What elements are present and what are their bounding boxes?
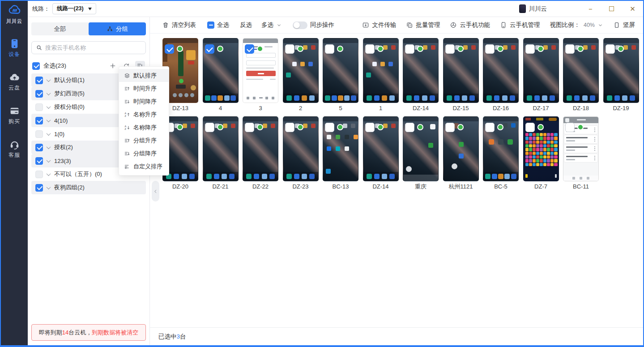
phone-checkbox[interactable] bbox=[565, 44, 575, 54]
sidebar-item-service[interactable]: 客服 bbox=[9, 139, 20, 159]
chevron-down-icon[interactable] bbox=[47, 104, 51, 109]
chevron-down-icon[interactable] bbox=[47, 131, 51, 136]
chevron-down-icon[interactable] bbox=[47, 77, 51, 82]
phone-screen[interactable] bbox=[443, 116, 479, 181]
invert-selection-button[interactable]: 反选 bbox=[240, 21, 252, 29]
phone-screen[interactable] bbox=[243, 38, 278, 103]
phone-card[interactable]: 4 bbox=[203, 38, 239, 112]
phone-card[interactable]: BC-11 bbox=[563, 116, 599, 191]
phone-checkbox[interactable] bbox=[445, 44, 455, 54]
sync-toggle[interactable] bbox=[293, 21, 307, 29]
phone-checkbox[interactable] bbox=[525, 123, 535, 132]
sort-menu-item[interactable]: 时间降序 bbox=[119, 95, 169, 108]
sort-menu-item[interactable]: 分组升序 bbox=[119, 134, 169, 147]
phone-card[interactable]: 重庆 bbox=[403, 116, 439, 191]
phone-card[interactable]: DZ-16 bbox=[483, 38, 519, 112]
phone-card[interactable]: BC-13 bbox=[323, 116, 358, 191]
phone-checkbox[interactable] bbox=[445, 123, 455, 132]
group-checkbox[interactable] bbox=[35, 90, 43, 98]
phone-screen[interactable] bbox=[283, 38, 319, 103]
phone-screen[interactable] bbox=[483, 38, 519, 103]
chevron-down-icon[interactable] bbox=[47, 118, 51, 122]
phone-screen[interactable] bbox=[563, 38, 599, 103]
close-button[interactable]: ✕ bbox=[622, 1, 643, 17]
phone-card[interactable]: DZ-19 bbox=[603, 38, 639, 112]
sidebar-item-clouddisk[interactable]: 云盘 bbox=[9, 72, 20, 92]
sort-menu-item[interactable]: 自定义排序 bbox=[119, 160, 169, 173]
phone-checkbox[interactable] bbox=[485, 123, 495, 132]
chevron-down-icon[interactable] bbox=[47, 158, 51, 163]
group-checkbox[interactable] bbox=[35, 77, 43, 84]
sort-menu-item[interactable]: 分组降序 bbox=[119, 147, 169, 160]
maximize-button[interactable] bbox=[601, 1, 622, 17]
chevron-down-icon[interactable] bbox=[47, 145, 51, 149]
chevron-down-icon[interactable] bbox=[47, 185, 51, 189]
phone-screen[interactable] bbox=[403, 38, 439, 103]
phone-screen[interactable] bbox=[283, 116, 319, 181]
sidebar-item-device[interactable]: 设备 bbox=[9, 38, 20, 58]
add-group-button[interactable] bbox=[108, 61, 118, 71]
phone-card[interactable]: DZ-23 bbox=[283, 116, 319, 191]
indeterminate-checkbox[interactable] bbox=[207, 21, 214, 29]
phone-checkbox[interactable] bbox=[565, 123, 575, 132]
phone-screen[interactable] bbox=[363, 116, 399, 181]
panel-collapse-handle[interactable] bbox=[152, 181, 159, 201]
phone-screen[interactable] bbox=[203, 116, 239, 181]
phone-checkbox[interactable] bbox=[205, 44, 214, 54]
phone-checkbox[interactable] bbox=[245, 123, 254, 132]
phone-card[interactable]: 5 bbox=[323, 38, 358, 112]
phone-card[interactable]: DZ-22 bbox=[243, 116, 278, 191]
phone-checkbox[interactable] bbox=[405, 123, 414, 132]
search-input[interactable] bbox=[45, 44, 141, 51]
phone-screen[interactable] bbox=[563, 116, 599, 181]
phone-card[interactable]: 1 bbox=[363, 38, 399, 112]
group-checkbox[interactable] bbox=[35, 117, 43, 124]
tab-group[interactable]: 分组 bbox=[89, 22, 146, 35]
sort-menu-item[interactable]: 时间升序 bbox=[119, 82, 169, 95]
phone-card[interactable]: DZ-18 bbox=[563, 38, 599, 112]
sidebar-item-purchase[interactable]: 购买 bbox=[9, 105, 20, 125]
phone-checkbox[interactable] bbox=[525, 44, 535, 54]
phone-screen[interactable] bbox=[403, 116, 439, 181]
phone-screen[interactable] bbox=[603, 38, 639, 103]
clear-list-button[interactable]: 清空列表 bbox=[162, 21, 196, 29]
view-ratio-control[interactable]: 视图比例： 40% bbox=[550, 21, 603, 29]
phone-checkbox[interactable] bbox=[606, 44, 615, 54]
select-all-checkbox[interactable] bbox=[32, 62, 40, 70]
phone-checkbox[interactable] bbox=[325, 123, 334, 132]
select-all-main-button[interactable]: 全选 bbox=[207, 21, 229, 29]
phone-screen[interactable] bbox=[363, 38, 399, 103]
group-checkbox[interactable] bbox=[35, 184, 43, 192]
phone-screen[interactable] bbox=[523, 38, 559, 103]
phone-screen[interactable] bbox=[203, 38, 239, 103]
minimize-button[interactable]: – bbox=[580, 1, 601, 17]
cloud-manage-button[interactable]: 云手机管理 bbox=[500, 21, 540, 29]
phone-screen[interactable] bbox=[323, 38, 358, 103]
cloud-features-button[interactable]: 云手机功能 bbox=[450, 21, 490, 29]
group-row[interactable]: 夜鸦四组(2) bbox=[31, 181, 146, 194]
phone-card[interactable]: DZ-14 bbox=[403, 38, 439, 112]
phone-card[interactable]: DZ-14 bbox=[363, 116, 399, 191]
sort-menu-item[interactable]: AZ名称降序 bbox=[119, 121, 169, 134]
phone-card[interactable]: BC-5 bbox=[483, 116, 519, 191]
sort-menu-item[interactable]: 默认排序 bbox=[119, 69, 169, 82]
phone-checkbox[interactable] bbox=[485, 44, 495, 54]
phone-checkbox[interactable] bbox=[285, 123, 294, 132]
line-select[interactable]: 线路一(23) bbox=[52, 3, 96, 14]
phone-checkbox[interactable] bbox=[325, 44, 334, 54]
phone-checkbox[interactable] bbox=[245, 44, 254, 54]
phone-card[interactable]: 杭州1121 bbox=[443, 116, 479, 191]
phone-screen[interactable] bbox=[483, 116, 519, 181]
chevron-down-icon[interactable] bbox=[47, 171, 51, 176]
chevron-down-icon[interactable] bbox=[47, 91, 51, 95]
batch-manage-button[interactable]: 批量管理 bbox=[406, 21, 440, 29]
phone-card[interactable]: 2 bbox=[283, 38, 319, 112]
phone-card[interactable]: DZ-15 bbox=[443, 38, 479, 112]
group-checkbox[interactable] bbox=[35, 103, 43, 111]
sort-menu-item[interactable]: AZ名称升序 bbox=[119, 108, 169, 121]
phone-screen[interactable] bbox=[523, 116, 559, 181]
group-checkbox[interactable] bbox=[35, 144, 43, 151]
phone-checkbox[interactable] bbox=[405, 44, 414, 54]
phone-checkbox[interactable] bbox=[205, 123, 214, 132]
group-checkbox[interactable] bbox=[35, 171, 43, 178]
